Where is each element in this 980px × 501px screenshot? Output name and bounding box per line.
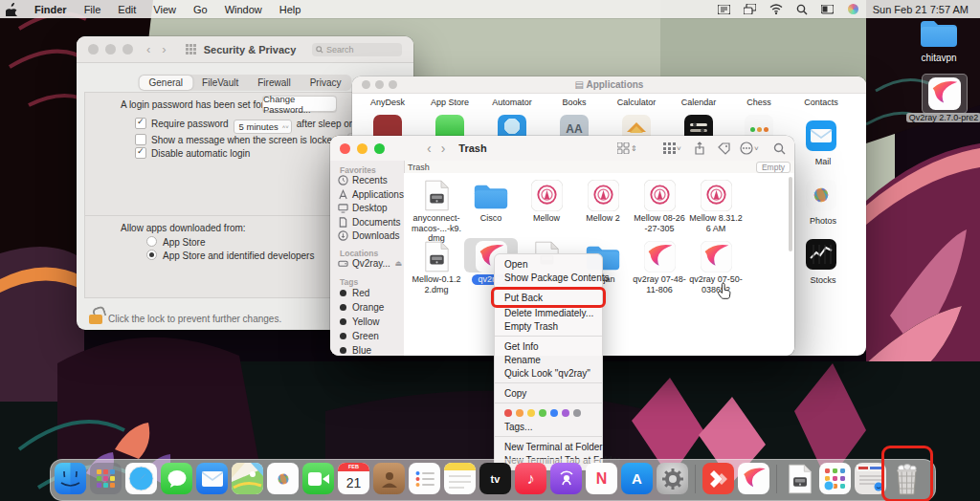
dock-minimized-window-icon[interactable]	[855, 463, 886, 494]
dock-maps-icon[interactable]	[232, 463, 263, 494]
close-button[interactable]	[362, 80, 370, 89]
dock-messages-icon[interactable]	[161, 463, 192, 494]
app-label-books[interactable]: Books	[544, 98, 605, 107]
search-field[interactable]: Search	[312, 43, 402, 56]
file-mellow-dmg[interactable]: Mellow-0.1.22.dmg	[410, 238, 463, 294]
tab-firewall[interactable]: Firewall	[248, 76, 300, 90]
file-qv2ray-2[interactable]: qv2ray 07-50-038692	[689, 238, 743, 294]
forward-icon[interactable]: ›	[441, 141, 446, 156]
dock-reminders-icon[interactable]	[409, 463, 440, 494]
eject-icon[interactable]: ⏏	[394, 259, 402, 268]
dock-notes-icon[interactable]	[444, 463, 476, 494]
menu-edit[interactable]: Edit	[118, 4, 136, 15]
more-actions-icon[interactable]: ˅	[740, 142, 759, 155]
app-label-calculator[interactable]: Calculator	[606, 98, 667, 107]
app-store-radio[interactable]	[146, 236, 157, 247]
file-mellow-4[interactable]: Mellow 8.31.26 AM	[689, 177, 743, 233]
require-password-checkbox[interactable]	[135, 118, 146, 129]
sidebar-tag-orange[interactable]: Orange	[338, 302, 402, 313]
tab-filevault[interactable]: FileVault	[192, 76, 248, 90]
menu-item-open[interactable]: Open	[495, 257, 602, 271]
dock-system-preferences-icon[interactable]	[657, 463, 688, 494]
chitavpn-folder-icon[interactable]	[919, 17, 959, 50]
apple-menu-icon[interactable]	[6, 3, 17, 16]
dock-safari-icon[interactable]	[125, 463, 157, 494]
photos-app-icon[interactable]	[806, 180, 836, 210]
minimize-button[interactable]	[357, 143, 368, 154]
dock-disk-image-icon[interactable]	[784, 463, 815, 494]
mail-app-icon[interactable]	[806, 120, 836, 151]
menu-bar-clock[interactable]: Sun Feb 21 7:57 AM	[873, 4, 969, 15]
file-qv2ray-1[interactable]: qv2ray 07-48-11-806	[633, 238, 686, 294]
sidebar-item-desktop[interactable]: Desktop	[338, 203, 402, 213]
close-button[interactable]	[88, 44, 99, 54]
zoom-button[interactable]	[122, 44, 133, 54]
identified-developers-radio[interactable]	[146, 250, 157, 260]
sidebar-tag-blue[interactable]: Blue	[338, 345, 402, 356]
mission-control-icon[interactable]	[744, 4, 757, 15]
chitavpn-label[interactable]: chitavpn	[900, 53, 978, 63]
menu-item-copy[interactable]: Copy	[495, 386, 602, 400]
menu-item-tags[interactable]: Tags...	[495, 420, 602, 433]
tag-purple[interactable]	[562, 409, 569, 417]
app-label-photos[interactable]: Photos	[792, 216, 854, 226]
wifi-icon[interactable]	[769, 4, 783, 15]
stocks-app-icon[interactable]	[806, 239, 836, 270]
tag-green[interactable]	[539, 409, 546, 417]
disable-auto-login-checkbox[interactable]	[135, 147, 146, 159]
app-label-mail[interactable]: Mail	[792, 157, 854, 166]
view-options-icon[interactable]: ˅	[663, 142, 681, 155]
menu-item-quick-look[interactable]: Quick Look "qv2ray"	[495, 366, 602, 380]
dock-trash-icon[interactable]	[890, 463, 922, 494]
dock-podcasts-icon[interactable]	[550, 463, 582, 494]
menu-go[interactable]: Go	[193, 4, 208, 15]
menu-item-show-package-contents[interactable]: Show Package Contents	[495, 271, 602, 284]
menu-item-empty-trash[interactable]: Empty Trash	[495, 319, 602, 333]
dock-appstore-icon[interactable]: A	[621, 463, 653, 494]
dock-finder-icon[interactable]	[55, 463, 86, 494]
tag-icon[interactable]	[718, 142, 730, 155]
trash-toolbar[interactable]: ‹ › Trash ⇕ ˅ ˅	[330, 136, 794, 162]
minimize-button[interactable]	[375, 80, 384, 89]
menu-file[interactable]: File	[84, 4, 101, 15]
zoom-button[interactable]	[374, 143, 385, 154]
empty-trash-button[interactable]: Empty	[756, 162, 791, 173]
menu-item-rename[interactable]: Rename	[495, 353, 602, 366]
dock-qv2ray-icon[interactable]	[738, 463, 769, 494]
search-icon[interactable]	[773, 142, 786, 155]
dock-mail-icon[interactable]	[196, 463, 228, 494]
dock-music-icon[interactable]: ♪	[515, 463, 546, 494]
dock-facetime-icon[interactable]	[302, 463, 334, 494]
show-all-icon[interactable]	[186, 44, 196, 54]
forward-icon[interactable]: ›	[162, 42, 166, 56]
tab-general[interactable]: General	[140, 76, 193, 90]
menu-item-delete-immediately[interactable]: Delete Immediately...	[495, 306, 602, 319]
spotlight-icon[interactable]	[795, 4, 809, 15]
menu-finder[interactable]: Finder	[34, 4, 67, 15]
sidebar-item-downloads[interactable]: Downloads	[338, 230, 402, 241]
qv2ray-desktop-label[interactable]: Qv2ray 2.7.0-pre2	[902, 107, 980, 124]
applications-titlebar[interactable]: ▤ Applications	[352, 76, 866, 94]
zoom-button[interactable]	[389, 80, 397, 89]
app-label-stocks[interactable]: Stocks	[792, 275, 854, 285]
dock-photos-icon[interactable]	[267, 463, 299, 494]
file-mellow-3[interactable]: Mellow 08-26-27-305	[633, 177, 686, 233]
group-icon[interactable]: ⇕	[617, 142, 637, 155]
sidebar-item-qv2ray-disk[interactable]: Qv2ray... ⏏	[338, 258, 402, 269]
tag-yellow[interactable]	[527, 409, 535, 417]
menu-item-put-back[interactable]: Put Back	[495, 291, 602, 304]
menu-window[interactable]: Window	[225, 4, 262, 15]
app-label-contacts[interactable]: Contacts	[791, 98, 852, 107]
close-button[interactable]	[340, 143, 350, 154]
display-icon[interactable]	[821, 4, 835, 15]
dock-contacts-icon[interactable]	[373, 463, 405, 494]
share-icon[interactable]	[694, 142, 705, 155]
back-icon[interactable]: ‹	[146, 42, 150, 56]
app-label-chess[interactable]: Chess	[728, 98, 790, 107]
dock-launchpad-icon[interactable]	[90, 463, 122, 494]
file-cisco-folder[interactable]: Cisco	[464, 177, 518, 224]
siri-icon[interactable]	[847, 4, 860, 15]
security-titlebar[interactable]: ‹ › Security & Privacy Search	[77, 36, 413, 63]
minimize-button[interactable]	[105, 44, 116, 54]
require-password-dropdown[interactable]: 5 minutes˄˅	[234, 120, 292, 134]
